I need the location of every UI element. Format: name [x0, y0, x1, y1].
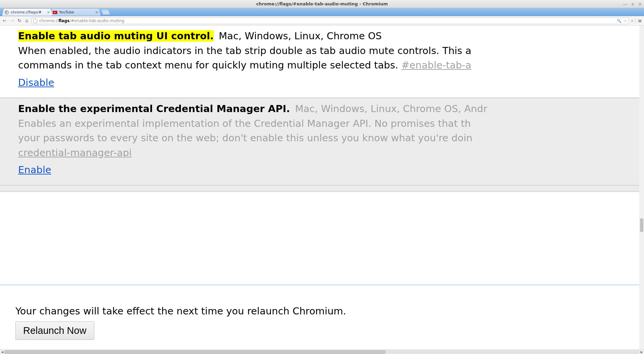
nav-reload-icon[interactable]: ↻: [17, 18, 22, 23]
flag-platforms: Mac, Windows, Linux, Chrome OS: [219, 30, 382, 42]
browser-menu-icon[interactable]: ≡: [638, 18, 642, 24]
flag-enable-link[interactable]: Enable: [18, 163, 644, 178]
page-icon: [33, 18, 37, 23]
browser-tab-strip: chrome://flags/# × YouTube ×: [0, 8, 644, 16]
overflow-chevron-icon[interactable]: »: [631, 18, 633, 23]
browser-tab-youtube[interactable]: YouTube ×: [50, 8, 101, 16]
nav-forward-icon: →: [9, 18, 15, 23]
youtube-favicon-icon: [53, 10, 57, 15]
relaunch-banner: Your changes will take effect the next t…: [0, 285, 644, 349]
window-maximize-icon[interactable]: +: [631, 2, 635, 6]
flag-platforms: Mac, Windows, Linux, Chrome OS, Andr: [295, 103, 487, 114]
browser-tab-flags[interactable]: chrome://flags/# ×: [2, 8, 52, 16]
chromium-favicon-icon: [4, 10, 9, 15]
flag-description: commands in the tab context menu for qui…: [18, 59, 401, 71]
relaunch-now-button[interactable]: Relaunch Now: [15, 321, 94, 340]
scrollbar-thumb[interactable]: [5, 350, 385, 354]
flag-anchor-link[interactable]: #enable-tab-a: [401, 59, 471, 71]
flag-entry-credential-manager-api: Enable the experimental Credential Manag…: [0, 98, 644, 186]
browser-toolbar: ← → ↻ ⌂ chrome://flags/#enable-tab-audio…: [0, 16, 644, 26]
flag-description: Enables an experimental implementation o…: [18, 118, 471, 129]
zoom-icon[interactable]: [617, 18, 622, 23]
flag-entry-enable-tab-audio-muting: Enable tab audio muting UI control. Mac,…: [0, 26, 644, 98]
tab-close-icon[interactable]: ×: [95, 10, 98, 14]
tab-close-icon[interactable]: ×: [47, 10, 50, 14]
scrollbar-track[interactable]: [5, 350, 639, 354]
scroll-right-icon[interactable]: ▶: [639, 350, 644, 354]
vertical-scrollbar[interactable]: [639, 26, 644, 349]
tab-title: YouTube: [59, 10, 94, 14]
bookmark-star-icon[interactable]: [624, 18, 627, 23]
flag-description: When enabled, the audio indicators in th…: [18, 45, 471, 56]
window-close-icon[interactable]: ×: [638, 2, 642, 6]
os-window-titlebar: chrome://flags/#enable-tab-audio-muting …: [0, 0, 644, 8]
scrollbar-thumb[interactable]: [640, 218, 643, 232]
address-bar[interactable]: chrome://flags/#enable-tab-audio-muting: [32, 17, 629, 24]
flag-entry-next-stub: [0, 186, 644, 192]
relaunch-message: Your changes will take effect the next t…: [15, 305, 644, 317]
os-window-title: chrome://flags/#enable-tab-audio-muting …: [256, 1, 388, 6]
scroll-left-icon[interactable]: ◀: [0, 350, 5, 354]
tab-title: chrome://flags/#: [11, 10, 46, 14]
new-tab-button[interactable]: [101, 9, 110, 15]
page-viewport: Enable tab audio muting UI control. Mac,…: [0, 26, 644, 349]
flag-title: Enable the experimental Credential Manag…: [18, 103, 290, 114]
url-text: chrome://flags/#enable-tab-audio-muting: [39, 18, 617, 23]
toolbar-divider: [635, 18, 636, 23]
nav-back-icon[interactable]: ←: [2, 18, 7, 23]
nav-home-icon[interactable]: ⌂: [24, 18, 30, 23]
flag-title: Enable tab audio muting UI control.: [18, 30, 214, 42]
flag-disable-link[interactable]: Disable: [18, 75, 644, 90]
horizontal-scrollbar[interactable]: ◀ ▶: [0, 349, 644, 354]
window-minimize-icon[interactable]: —: [623, 2, 628, 6]
flag-description: your passwords to every site on the web;…: [18, 132, 472, 144]
flag-anchor-link[interactable]: credential-manager-api: [18, 147, 132, 158]
